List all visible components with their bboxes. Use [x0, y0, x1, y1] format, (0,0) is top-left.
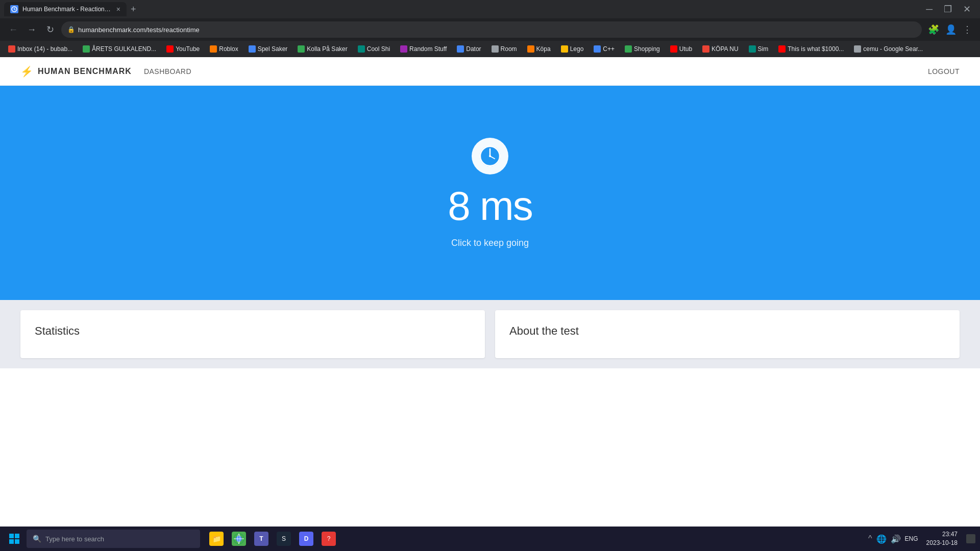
bookmark-label: Sim — [758, 45, 769, 53]
website: ⚡ HUMAN BENCHMARK DASHBOARD LOGOUT 8 ms … — [0, 57, 980, 368]
bookmark-dator[interactable]: Dator — [453, 43, 485, 55]
bookmark-this-is-what[interactable]: This is what $1000... — [774, 43, 848, 55]
bookmark-favicon — [594, 45, 601, 53]
bookmark-arets[interactable]: ÅRETS GULKALEND... — [79, 43, 160, 55]
bookmark-label: cemu - Google Sear... — [863, 45, 923, 53]
bookmark-label: This is what $1000... — [788, 45, 844, 53]
bookmark-favicon — [83, 45, 90, 53]
bookmark-utub[interactable]: Utub — [666, 43, 696, 55]
dashboard-link[interactable]: DASHBOARD — [144, 67, 191, 76]
bookmark-cemu[interactable]: cemu - Google Sear... — [850, 43, 927, 55]
notification-icon[interactable] — [966, 534, 976, 544]
bookmark-kopa-nu[interactable]: KÖPA NU — [698, 43, 742, 55]
window-controls: ─ ❐ ✕ — [921, 2, 976, 17]
teams-icon: T — [254, 532, 268, 546]
network-icon[interactable]: 🌐 — [876, 534, 887, 544]
bookmark-label: Random Stuff — [409, 45, 447, 53]
test-area[interactable]: 8 ms Click to keep going — [0, 86, 980, 300]
speaker-icon[interactable]: 🔊 — [891, 534, 901, 544]
svg-rect-12 — [15, 539, 19, 544]
back-button[interactable]: ← — [6, 22, 20, 37]
address-input[interactable]: 🔒 humanbenchmark.com/tests/reactiontime — [61, 21, 922, 38]
bookmark-youtube[interactable]: YouTube — [162, 43, 204, 55]
nav-links: DASHBOARD — [144, 67, 191, 76]
bookmark-label: Inbox (14) - bubab... — [17, 45, 72, 53]
click-prompt: Click to keep going — [451, 238, 529, 248]
bookmark-label: Lego — [570, 45, 584, 53]
statistics-card: Statistics — [20, 310, 485, 358]
profile-icon[interactable]: 👤 — [943, 22, 959, 37]
bookmark-label: Kolla På Saker — [307, 45, 347, 53]
bookmark-inbox[interactable]: Inbox (14) - bubab... — [4, 43, 77, 55]
active-tab[interactable]: Human Benchmark - Reaction T... × — [4, 2, 127, 16]
address-text: humanbenchmark.com/tests/reactiontime — [78, 26, 916, 34]
bookmark-cool-shi[interactable]: Cool Shi — [354, 43, 394, 55]
bookmark-favicon — [492, 45, 499, 53]
taskbar-right: ^ 🌐 🔊 ENG 23:47 2023-10-18 — [868, 530, 976, 547]
bookmark-random-stuff[interactable]: Random Stuff — [396, 43, 451, 55]
taskbar: 🔍 Type here to search 📁 T S D ? ^ 🌐 🔊 — [0, 527, 980, 551]
site-logo: ⚡ HUMAN BENCHMARK — [20, 65, 132, 78]
cards-area: Statistics About the test — [0, 300, 980, 368]
bookmark-favicon — [8, 45, 15, 53]
svg-rect-11 — [9, 539, 14, 544]
taskbar-app-steam[interactable]: S — [274, 529, 294, 549]
clock-time: 23:47 — [926, 530, 958, 539]
steam-icon: S — [277, 532, 291, 546]
site-nav: ⚡ HUMAN BENCHMARK DASHBOARD LOGOUT — [0, 57, 980, 86]
discord-icon: D — [299, 532, 313, 546]
taskbar-app-extra[interactable]: ? — [318, 529, 339, 549]
bookmark-label: C++ — [603, 45, 615, 53]
file-explorer-icon: 📁 — [209, 532, 224, 546]
extensions-icon[interactable]: 🧩 — [926, 22, 941, 37]
bookmark-lego[interactable]: Lego — [557, 43, 588, 55]
taskbar-pinned-apps: 📁 T S D ? — [206, 529, 339, 549]
logout-link[interactable]: LOGOUT — [928, 67, 960, 76]
bookmark-sim[interactable]: Sim — [745, 43, 773, 55]
bookmark-cpp[interactable]: C++ — [590, 43, 619, 55]
bookmark-favicon — [749, 45, 756, 53]
new-tab-button[interactable]: + — [129, 2, 138, 17]
taskbar-search[interactable]: 🔍 Type here to search — [27, 530, 200, 548]
about-card: About the test — [495, 310, 960, 358]
tab-title: Human Benchmark - Reaction T... — [22, 6, 112, 13]
bookmark-spel-saker[interactable]: Spel Saker — [244, 43, 292, 55]
browser-icon — [232, 532, 246, 546]
bookmark-label: YouTube — [176, 45, 200, 53]
minimize-button[interactable]: ─ — [921, 2, 938, 17]
maximize-button[interactable]: ❐ — [939, 2, 957, 17]
bookmark-roblox[interactable]: Roblox — [206, 43, 242, 55]
bookmark-favicon — [249, 45, 256, 53]
svg-rect-10 — [15, 534, 19, 538]
tray-chevron[interactable]: ^ — [868, 534, 872, 543]
bookmark-kolla[interactable]: Kolla På Saker — [293, 43, 351, 55]
menu-icon[interactable]: ⋮ — [961, 22, 974, 37]
taskbar-app-discord[interactable]: D — [296, 529, 316, 549]
bookmark-favicon — [358, 45, 365, 53]
reload-button[interactable]: ↻ — [43, 22, 57, 37]
tab-bar: Human Benchmark - Reaction T... × + ─ ❐ … — [0, 0, 980, 18]
brand-name: HUMAN BENCHMARK — [38, 67, 132, 76]
taskbar-app-file-explorer[interactable]: 📁 — [206, 529, 227, 549]
close-button[interactable]: ✕ — [958, 2, 976, 17]
bookmark-favicon — [210, 45, 217, 53]
bookmark-label: Cool Shi — [367, 45, 390, 53]
bookmark-kopa[interactable]: Köpa — [523, 43, 555, 55]
bookmark-favicon — [400, 45, 407, 53]
tab-bar-controls: ─ ❐ ✕ — [917, 2, 976, 17]
tab-favicon — [10, 5, 18, 13]
language-badge: ENG — [905, 535, 918, 542]
start-button[interactable] — [4, 529, 24, 549]
forward-button[interactable]: → — [24, 22, 39, 37]
clock-date: 2023-10-18 — [926, 539, 958, 547]
bookmark-label: ÅRETS GULKALEND... — [92, 45, 156, 53]
bookmarks-bar: Inbox (14) - bubab... ÅRETS GULKALEND...… — [0, 41, 980, 57]
tab-close-button[interactable]: × — [116, 5, 120, 13]
taskbar-app-teams[interactable]: T — [251, 529, 272, 549]
bookmark-room[interactable]: Room — [487, 43, 521, 55]
bookmark-label: Room — [501, 45, 517, 53]
bookmark-shopping[interactable]: Shopping — [621, 43, 664, 55]
bookmark-label: Utub — [679, 45, 692, 53]
taskbar-app-browser[interactable] — [229, 529, 249, 549]
about-card-title: About the test — [509, 324, 945, 338]
